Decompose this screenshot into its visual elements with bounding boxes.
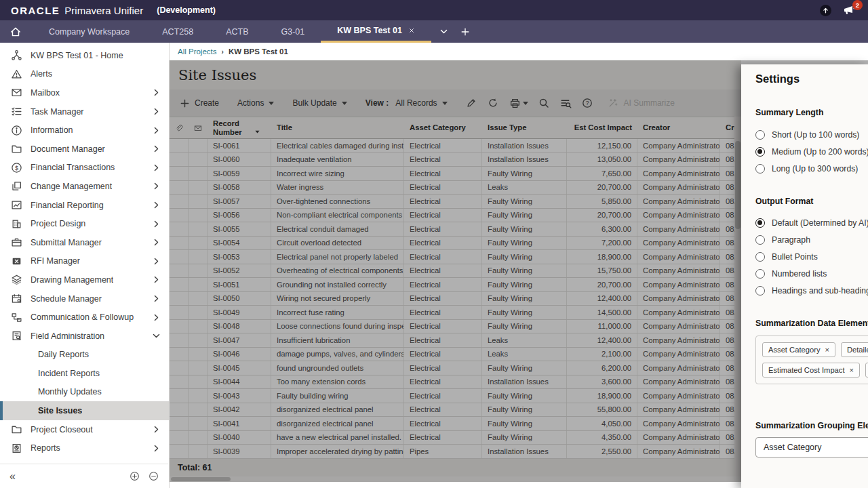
sidebar-item-monthly-updates[interactable]: Monthly Updates (0, 383, 169, 402)
add-tab-button[interactable] (460, 27, 470, 37)
sidebar-item-change-management[interactable]: Change Management (0, 177, 169, 196)
remove-chip-icon[interactable]: × (850, 366, 854, 374)
announcements-badge: 2 (852, 0, 863, 10)
chevron-right-icon[interactable] (152, 425, 161, 434)
zoom-out-icon[interactable] (149, 471, 159, 481)
sidebar-item-field-administration[interactable]: Field Administration (0, 327, 169, 346)
tab-kw-bps-test-01[interactable]: KW BPS Test 01 (321, 20, 431, 43)
sidebar: KW BPS Test 01 - HomeAlertsMailboxTask M… (0, 43, 170, 488)
sidebar-item-daily-reports[interactable]: Daily Reports (0, 346, 169, 365)
folder-icon (11, 424, 22, 435)
output-format-option-headings-and-sub-headings[interactable]: Headings and sub-headings (755, 282, 868, 299)
rfi-icon (11, 256, 22, 267)
chart-icon (11, 199, 22, 211)
chevron-right-icon[interactable] (152, 201, 161, 209)
sidebar-item-document-manager[interactable]: Document Manager (0, 140, 169, 159)
sidebar-item-task-manager[interactable]: Task Manager (0, 102, 169, 121)
chip-asset-category[interactable]: Asset Category× (762, 342, 835, 357)
chevron-right-icon[interactable] (152, 444, 161, 453)
chevron-right-icon[interactable] (152, 126, 161, 135)
environment-label: (Development) (157, 5, 216, 15)
sidebar-item-alerts[interactable]: Alerts (0, 65, 169, 84)
drawing-icon (11, 274, 22, 285)
chevron-right-icon[interactable] (152, 107, 161, 116)
calendar-icon (11, 293, 22, 304)
chevron-right-icon[interactable] (152, 163, 161, 172)
sidebar-item-project-design[interactable]: Project Design (0, 214, 169, 233)
grouping-element-label: Summarization Grouping Element: (755, 421, 868, 430)
radio-selected-icon[interactable] (755, 218, 765, 228)
summary-length-option-medium-up-to-200-words[interactable]: Medium (Up to 200 words) (755, 143, 868, 160)
sidebar-item-communication-followup[interactable]: Communication & Followup (0, 308, 169, 327)
breadcrumb-all-projects-link[interactable]: All Projects (178, 47, 217, 56)
tab-g3-01[interactable]: G3-01 (264, 20, 321, 43)
summary-length-option-short-up-to-100-words[interactable]: Short (Up to 100 words) (755, 126, 868, 143)
sidebar-item-incident-reports[interactable]: Incident Reports (0, 364, 169, 383)
radio-unselected-icon[interactable] (755, 252, 765, 262)
output-format-option-default-determined-by-ai[interactable]: Default (Determined by AI) (755, 214, 868, 231)
breadcrumb-chevron-icon: › (222, 48, 224, 56)
sidebar-item-mailbox[interactable]: Mailbox (0, 83, 169, 102)
chevron-right-icon[interactable] (152, 182, 161, 190)
project-tab-bar: Company WorkspaceACT258ACTBG3-01KW BPS T… (0, 20, 868, 43)
chevron-right-icon[interactable] (152, 238, 161, 247)
radio-unselected-icon[interactable] (755, 130, 765, 140)
sidebar-item-reports[interactable]: Reports (0, 439, 169, 458)
dollar-icon (11, 162, 22, 174)
tab-actb[interactable]: ACTB (210, 20, 264, 43)
radio-unselected-icon[interactable] (755, 235, 765, 245)
top-bar: ORACLE Primavera Unifier (Development) 2 (0, 0, 868, 20)
tab-list-chevron-down-icon[interactable] (439, 27, 448, 36)
briefcase-icon (11, 237, 22, 248)
output-format-option-paragraph[interactable]: Paragraph (755, 231, 868, 248)
output-format-option-numbered-lists[interactable]: Numbered lists (755, 265, 868, 282)
tab-company-workspace[interactable]: Company Workspace (33, 20, 146, 43)
tab-act258[interactable]: ACT258 (146, 20, 210, 43)
data-elements-field[interactable]: Asset Category×Detailed DescEstimated Co… (755, 336, 868, 384)
chevron-right-icon[interactable] (152, 313, 161, 322)
chevron-right-icon[interactable] (152, 275, 161, 284)
chevron-right-icon[interactable] (152, 294, 161, 303)
summary-length-label: Summary Length (755, 108, 868, 117)
radio-unselected-icon[interactable] (755, 164, 765, 174)
remove-chip-icon[interactable]: × (825, 346, 829, 354)
summary-length-option-long-up-to-300-words[interactable]: Long (Up to 300 words) (755, 160, 868, 177)
sidebar-item-project-closeout[interactable]: Project Closeout (0, 420, 169, 439)
scroll-top-icon[interactable] (820, 5, 831, 16)
layers-icon (11, 180, 22, 192)
sidebar-item-financial-reporting[interactable]: Financial Reporting (0, 196, 169, 215)
mail-icon (11, 87, 22, 98)
grouping-element-select[interactable]: Asset Category (755, 437, 868, 458)
chevron-right-icon[interactable] (152, 220, 161, 228)
report-icon (11, 443, 22, 454)
chevron-right-icon[interactable] (152, 257, 161, 266)
sidebar-item-financial-transactions[interactable]: Financial Transactions (0, 159, 169, 178)
zoom-in-icon[interactable] (130, 471, 140, 481)
sidebar-item-submittal-manager[interactable]: Submittal Manager (0, 233, 169, 252)
collapse-sidebar-icon[interactable]: « (9, 470, 16, 483)
radio-unselected-icon[interactable] (755, 286, 765, 296)
settings-panel: Settings Summary Length Short (Up to 100… (741, 64, 868, 488)
fieldadmin-icon (11, 330, 22, 342)
alert-icon (11, 68, 22, 80)
tasks-icon (11, 106, 22, 117)
chip-detailed-desc[interactable]: Detailed Desc (841, 342, 868, 357)
announcements-icon[interactable]: 2 (842, 3, 857, 17)
radio-unselected-icon[interactable] (755, 269, 765, 279)
output-format-option-bullet-points[interactable]: Bullet Points (755, 248, 868, 265)
sidebar-item-site-issues[interactable]: Site Issues (0, 401, 169, 420)
close-tab-icon[interactable] (408, 27, 415, 34)
sidebar-item-rfi-manager[interactable]: RFI Manager (0, 252, 169, 271)
chevron-right-icon[interactable] (152, 144, 161, 153)
chevron-down-icon[interactable] (152, 331, 161, 340)
home-tab[interactable] (0, 20, 33, 43)
sidebar-item-drawing-management[interactable]: Drawing Management (0, 270, 169, 289)
chevron-right-icon[interactable] (152, 88, 161, 97)
sidebar-item-kw-bps-test-01-home[interactable]: KW BPS Test 01 - Home (0, 46, 169, 65)
building-icon (11, 218, 22, 230)
sidebar-item-information[interactable]: Information (0, 121, 169, 140)
chip-estimated-cost-impact[interactable]: Estimated Cost Impact× (762, 363, 860, 378)
radio-selected-icon[interactable] (755, 147, 765, 157)
chip-status[interactable]: Status (865, 363, 868, 378)
sidebar-item-schedule-manager[interactable]: Schedule Manager (0, 289, 169, 308)
